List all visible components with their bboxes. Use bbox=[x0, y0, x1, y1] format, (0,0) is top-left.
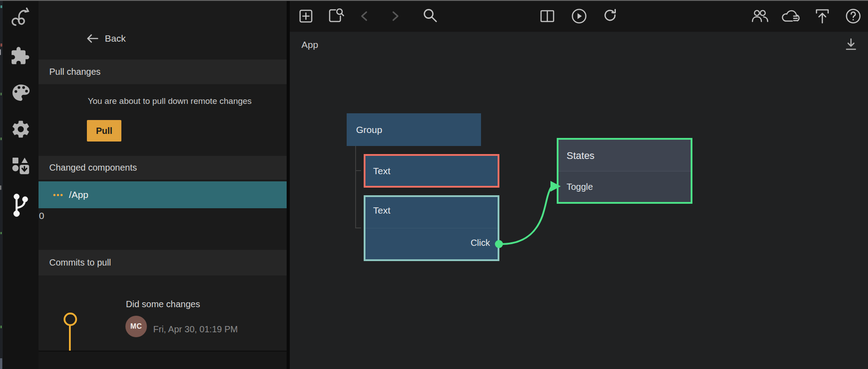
commit-graph-node bbox=[64, 313, 77, 326]
split-view-icon[interactable] bbox=[537, 0, 558, 32]
node-text-remote-changed[interactable]: Text bbox=[364, 154, 499, 188]
app-window: Back Pull changes You are about to pull … bbox=[0, 0, 868, 369]
signal-label: Toggle bbox=[567, 182, 593, 192]
breadcrumb-component-title: App bbox=[301, 39, 318, 50]
node-group[interactable]: Group bbox=[347, 113, 481, 146]
output-port-label: Click bbox=[471, 238, 490, 248]
changed-component-item[interactable]: /App bbox=[39, 181, 287, 208]
stray-debug-text: 0 bbox=[39, 210, 44, 221]
help-icon[interactable] bbox=[842, 0, 865, 32]
panel-canvas-divider bbox=[287, 0, 290, 369]
components-import-icon[interactable] bbox=[3, 156, 39, 176]
plugins-puzzle-icon[interactable] bbox=[3, 46, 39, 66]
version-control-panel: Back Pull changes You are about to pull … bbox=[39, 0, 287, 369]
tree-connector-tick bbox=[355, 227, 361, 228]
commit-message: Did some changes bbox=[126, 299, 200, 309]
tree-connector-tick bbox=[355, 170, 361, 171]
window-top-edge bbox=[0, 0, 868, 1]
nav-forward-icon[interactable] bbox=[387, 0, 404, 32]
node-label: Text bbox=[373, 166, 391, 176]
back-button[interactable]: Back bbox=[86, 33, 126, 44]
sidebar-footer-area bbox=[39, 352, 287, 369]
change-dots-icon bbox=[53, 194, 63, 196]
node-label: Text bbox=[373, 205, 391, 216]
styles-palette-icon[interactable] bbox=[3, 82, 39, 103]
download-export-icon[interactable] bbox=[845, 38, 857, 53]
node-label: Group bbox=[356, 124, 382, 135]
preview-play-icon[interactable] bbox=[568, 0, 590, 32]
version-control-branch-icon[interactable] bbox=[3, 193, 39, 217]
port-section-divider bbox=[365, 228, 498, 228]
settings-gear-icon[interactable] bbox=[3, 119, 39, 139]
component-name: /App bbox=[69, 189, 88, 200]
activity-bar bbox=[3, 0, 39, 369]
commit-entry[interactable]: Did some changes MC Fri, Apr 30, 01:19 P… bbox=[39, 275, 287, 351]
noodl-logo-icon[interactable] bbox=[3, 6, 39, 27]
node-graph-canvas[interactable]: App Group Text Text Click States Toggle bbox=[290, 0, 868, 369]
component-search-icon[interactable] bbox=[320, 0, 352, 32]
desktop-edge-strip bbox=[0, 0, 3, 369]
tree-connector-line bbox=[355, 146, 356, 228]
changed-components-header: Changed components bbox=[39, 156, 287, 180]
node-text-selected[interactable]: Text Click bbox=[364, 195, 499, 261]
commit-author-avatar: MC bbox=[125, 316, 147, 337]
back-arrow-icon bbox=[86, 33, 99, 44]
cloud-sync-icon[interactable] bbox=[778, 0, 804, 32]
refresh-icon[interactable] bbox=[600, 0, 621, 32]
node-states[interactable]: States Toggle bbox=[557, 138, 692, 204]
pull-changes-header: Pull changes bbox=[39, 60, 287, 84]
commits-to-pull-header: Commits to pull bbox=[39, 250, 287, 275]
pull-button[interactable]: Pull bbox=[87, 120, 121, 142]
commit-graph-line bbox=[69, 325, 71, 351]
add-node-icon[interactable] bbox=[291, 0, 321, 32]
collaborators-icon[interactable] bbox=[748, 0, 773, 32]
state-signal-row[interactable]: Toggle bbox=[559, 172, 691, 202]
node-label: States bbox=[567, 150, 594, 162]
deploy-upload-icon[interactable] bbox=[811, 0, 834, 32]
nav-back-icon[interactable] bbox=[356, 0, 372, 32]
back-label: Back bbox=[105, 33, 126, 44]
canvas-toolbar bbox=[290, 0, 868, 32]
search-icon[interactable] bbox=[419, 0, 441, 32]
commit-timestamp: Fri, Apr 30, 01:19 PM bbox=[153, 324, 238, 335]
pull-description: You are about to pull down remote change… bbox=[88, 96, 252, 106]
